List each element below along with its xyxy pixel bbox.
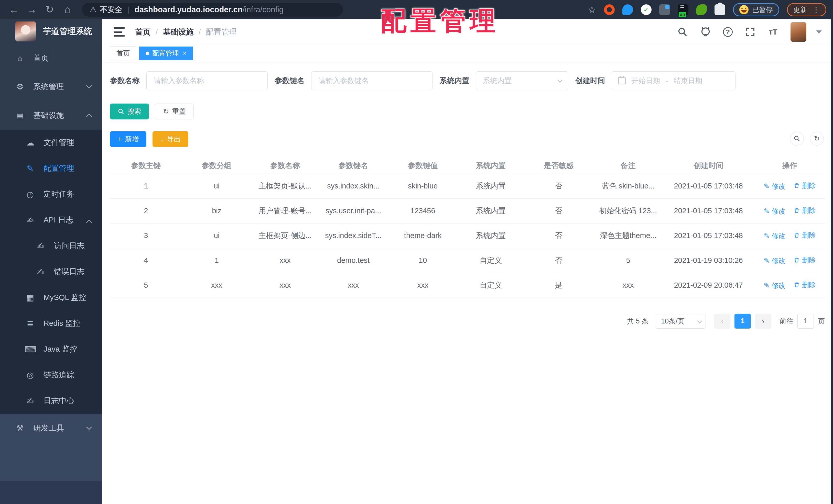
fullscreen-icon[interactable] (744, 26, 756, 37)
help-icon[interactable]: ? (723, 27, 733, 37)
home-icon[interactable]: ⌂ (61, 0, 75, 19)
collapse-sidebar-icon[interactable] (114, 27, 125, 36)
reset-button[interactable]: ↻ 重置 (155, 104, 194, 120)
end-date-placeholder: 结束日期 (673, 76, 702, 86)
edit-link[interactable]: ✎修改 (764, 256, 785, 266)
edit-link[interactable]: ✎修改 (764, 231, 785, 241)
breadcrumb-home[interactable]: 首页 (135, 27, 150, 37)
create-time-label: 创建时间 (575, 76, 605, 86)
font-size-icon[interactable]: ᴛT (767, 26, 779, 37)
cell-created: 2021-02-09 20:06:47 (663, 273, 754, 298)
more-menu-icon[interactable]: ⋮ (812, 5, 820, 14)
sidebar-item-label: Redis 监控 (44, 318, 80, 329)
sidebar-item-label: 研发工具 (33, 423, 64, 433)
toggle-search-button[interactable] (790, 132, 804, 146)
extension-grid-icon[interactable] (659, 4, 670, 15)
sidebar-item-java[interactable]: ⌨ Java 监控 (0, 336, 102, 362)
cell-remark: 5 (593, 248, 663, 273)
table-row: 5 xxx xxx xxx xxx 自定义 是 xxx 2021-02-09 2… (110, 273, 825, 298)
sidebar-item-mysql[interactable]: ▦ MySQL 监控 (0, 285, 102, 310)
sidebar-item-trace[interactable]: ◎ 链路追踪 (0, 362, 102, 388)
sidebar-item-dev-tools[interactable]: ⚒ 研发工具 (0, 414, 102, 443)
tab-home[interactable]: 首页 (110, 47, 136, 60)
prev-page-button[interactable]: ‹ (714, 314, 730, 329)
delete-link[interactable]: 删除 (793, 231, 816, 240)
extension-leaf-icon[interactable] (696, 4, 707, 15)
search-button-label: 搜索 (127, 107, 141, 116)
breadcrumb-infra[interactable]: 基础设施 (163, 27, 193, 37)
github-icon[interactable] (700, 26, 711, 37)
sidebar-item-jobs[interactable]: ◷ 定时任务 (0, 181, 102, 207)
forward-icon[interactable]: → (25, 0, 39, 19)
avatar[interactable] (790, 22, 806, 42)
add-button[interactable]: + 新增 (110, 131, 146, 147)
back-icon[interactable]: ← (7, 0, 21, 19)
delete-link[interactable]: 删除 (793, 206, 816, 215)
sidebar-item-label: 配置管理 (44, 163, 74, 174)
close-icon[interactable]: × (183, 50, 187, 57)
export-button[interactable]: ↓ 导出 (152, 131, 188, 147)
home-icon: ⌂ (14, 53, 26, 63)
cell-key: sys.user.init-pa... (318, 198, 388, 223)
sidebar-item-error-log[interactable]: ✍ 错误日志 (0, 259, 102, 285)
cell-sensitive: 否 (524, 198, 593, 223)
cell-value: xxx (388, 273, 457, 298)
param-key-input[interactable] (311, 71, 432, 90)
security-label[interactable]: 不安全 (100, 5, 122, 15)
sidebar-item-config[interactable]: ✎ 配置管理 (0, 155, 102, 181)
sidebar-item-infra[interactable]: ▤ 基础设施 (0, 101, 102, 130)
page-number-1[interactable]: 1 (735, 314, 751, 329)
extension-ring-icon[interactable] (604, 4, 615, 15)
extension-pin-icon[interactable] (622, 4, 633, 15)
update-button[interactable]: 更新 ⋮ (787, 3, 826, 16)
table-row: 3 ui 主框架页-侧边... sys.index.sideT... theme… (110, 223, 825, 248)
sidebar-item-access-log[interactable]: ✍ 访问日志 (0, 233, 102, 259)
search-icon[interactable] (677, 26, 688, 37)
cloud-icon: ☁ (25, 138, 36, 148)
delete-link[interactable]: 删除 (793, 280, 816, 289)
tools-icon: ⚒ (14, 423, 26, 433)
edit-link[interactable]: ✎修改 (764, 182, 785, 191)
sidebar-item-system[interactable]: ⚙ 系统管理 (0, 72, 102, 101)
delete-link[interactable]: 删除 (793, 181, 816, 190)
edit-icon: ✎ (764, 257, 769, 264)
sidebar-item-log-center[interactable]: ✍ 日志中心 (0, 388, 102, 414)
col-remark: 备注 (593, 158, 663, 174)
cell-value: skin-blue (388, 174, 457, 198)
tab-label: 配置管理 (152, 49, 179, 58)
tab-config[interactable]: 配置管理 × (139, 47, 193, 60)
extension-check-icon[interactable]: ✓ (641, 4, 651, 15)
extensions-puzzle-icon[interactable] (715, 4, 725, 15)
cell-id: 4 (110, 248, 182, 273)
sidebar-item-redis[interactable]: ≣ Redis 监控 (0, 310, 102, 336)
param-name-input[interactable] (146, 71, 268, 90)
redis-icon: ≣ (25, 319, 36, 328)
logo[interactable]: 芋道管理系统 (0, 19, 102, 44)
next-page-button[interactable]: › (755, 314, 771, 329)
system-type-select[interactable]: 系统内置 (476, 71, 568, 90)
cell-type: 系统内置 (457, 223, 524, 248)
caret-down-icon[interactable] (816, 30, 822, 34)
sidebar-item-home[interactable]: ⌂ 首页 (0, 44, 102, 72)
delete-link[interactable]: 删除 (793, 255, 816, 264)
sidebar-item-label: 系统管理 (33, 81, 64, 92)
edit-link[interactable]: ✎修改 (764, 281, 785, 290)
date-range-picker[interactable]: 开始日期 - 结束日期 (612, 71, 736, 90)
page-size-select[interactable]: 10条/页 (656, 314, 706, 329)
sidebar-item-api-log[interactable]: ✍ API 日志 (0, 207, 102, 233)
address-bar[interactable]: ⚠ 不安全 | dashboard.yudao.iocoder.cn /infr… (82, 3, 343, 17)
sidebar-item-files[interactable]: ☁ 文件管理 (0, 130, 102, 155)
goto-page-input[interactable] (798, 314, 814, 329)
search-button[interactable]: 搜索 (110, 104, 149, 120)
cell-id: 5 (110, 273, 182, 298)
extension-on-icon[interactable] (678, 4, 688, 15)
cell-key: sys.index.sideT... (318, 223, 388, 248)
edit-link[interactable]: ✎修改 (764, 207, 785, 216)
cell-name: xxx (252, 273, 318, 298)
reload-icon[interactable]: ↻ (43, 0, 57, 19)
refresh-table-button[interactable]: ↻ (810, 132, 824, 146)
log-icon: ✍ (25, 215, 36, 225)
bookmark-star-icon[interactable]: ☆ (588, 4, 596, 15)
sidebar-item-label: 定时任务 (44, 189, 74, 199)
paused-badge[interactable]: 已暂停 (733, 3, 779, 16)
